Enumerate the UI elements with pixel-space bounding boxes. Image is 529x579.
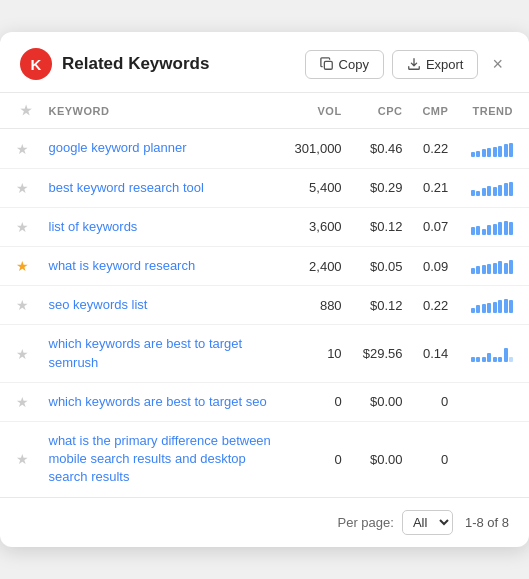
cpc-cell: $0.12 xyxy=(350,286,411,325)
trend-bar-segment xyxy=(476,191,480,196)
cmp-cell: 0.14 xyxy=(411,325,457,382)
trend-bar-segment xyxy=(476,266,480,274)
cpc-cell: $0.00 xyxy=(350,382,411,421)
trend-cell xyxy=(456,286,529,325)
star-toggle[interactable]: ★ xyxy=(16,180,29,196)
cmp-cell: 0.21 xyxy=(411,168,457,207)
cmp-cell: 0.07 xyxy=(411,207,457,246)
star-toggle[interactable]: ★ xyxy=(16,346,29,362)
trend-bar-segment xyxy=(476,357,480,362)
keyword-link[interactable]: which keywords are best to target seo xyxy=(49,394,267,409)
pagination-info: 1-8 of 8 xyxy=(465,515,509,530)
keyword-link[interactable]: seo keywords list xyxy=(49,297,148,312)
trend-bar-segment xyxy=(498,222,502,235)
trend-cell xyxy=(456,207,529,246)
trend-bar-segment xyxy=(504,183,508,196)
keyword-link[interactable]: best keyword research tool xyxy=(49,180,204,195)
trend-bar-segment xyxy=(493,357,497,362)
trend-bars xyxy=(464,141,513,157)
star-toggle[interactable]: ★ xyxy=(16,394,29,410)
trend-bar-segment xyxy=(509,143,513,157)
trend-bar-segment xyxy=(509,260,513,274)
vol-cell: 3,600 xyxy=(281,207,350,246)
export-button[interactable]: Export xyxy=(392,50,479,79)
card-header: K Related Keywords Copy Export × xyxy=(0,32,529,93)
export-icon xyxy=(407,57,421,71)
trend-bar-segment xyxy=(482,265,486,274)
trend-bar-segment xyxy=(476,305,480,313)
app-logo: K xyxy=(20,48,52,80)
trend-bar-segment xyxy=(493,147,497,157)
close-button[interactable]: × xyxy=(486,53,509,75)
star-toggle[interactable]: ★ xyxy=(16,258,29,274)
trend-bar-segment xyxy=(504,221,508,235)
keyword-link[interactable]: what is keyword research xyxy=(49,258,196,273)
cpc-cell: $0.29 xyxy=(350,168,411,207)
keyword-link[interactable]: which keywords are best to target semrus… xyxy=(49,336,243,369)
trend-bar-segment xyxy=(509,300,513,313)
star-toggle[interactable]: ★ xyxy=(16,141,29,157)
trend-bar-segment xyxy=(493,302,497,313)
trend-bar-segment xyxy=(498,185,502,196)
vol-cell: 880 xyxy=(281,286,350,325)
trend-bars xyxy=(464,346,513,362)
table-footer: Per page: All 10 25 50 1-8 of 8 xyxy=(0,497,529,547)
table-row: ★what is the primary difference between … xyxy=(0,421,529,496)
trend-bar-segment xyxy=(493,263,497,274)
header-actions: Copy Export × xyxy=(305,50,509,79)
table-row: ★best keyword research tool5,400$0.290.2… xyxy=(0,168,529,207)
trend-bar-segment xyxy=(487,303,491,313)
trend-bar-segment xyxy=(487,225,491,235)
star-toggle[interactable]: ★ xyxy=(16,219,29,235)
vol-cell: 10 xyxy=(281,325,350,382)
per-page-select[interactable]: All 10 25 50 xyxy=(402,510,453,535)
trend-bars xyxy=(464,258,513,274)
trend-cell xyxy=(456,421,529,496)
per-page-label: Per page: xyxy=(338,515,394,530)
trend-cell xyxy=(456,168,529,207)
vol-cell: 0 xyxy=(281,421,350,496)
trend-bar-segment xyxy=(476,151,480,157)
card-title: Related Keywords xyxy=(62,54,209,74)
cmp-cell: 0 xyxy=(411,382,457,421)
table-body: ★google keyword planner301,000$0.460.22★… xyxy=(0,129,529,497)
keyword-link[interactable]: google keyword planner xyxy=(49,140,187,155)
keywords-table-container: ★ Keyword VOL CPC CMP Trend ★google keyw… xyxy=(0,93,529,496)
trend-bar-segment xyxy=(493,187,497,196)
trend-bar-segment xyxy=(509,222,513,235)
keyword-link[interactable]: list of keywords xyxy=(49,219,138,234)
trend-bar-segment xyxy=(482,229,486,235)
header-left: K Related Keywords xyxy=(20,48,209,80)
trend-bar-segment xyxy=(471,227,475,235)
cmp-header: CMP xyxy=(411,93,457,129)
vol-cell: 2,400 xyxy=(281,247,350,286)
cpc-cell: $0.46 xyxy=(350,129,411,168)
trend-bar-segment xyxy=(482,188,486,196)
related-keywords-card: K Related Keywords Copy Export × xyxy=(0,32,529,546)
cpc-cell: $29.56 xyxy=(350,325,411,382)
trend-bar-segment xyxy=(498,261,502,274)
vol-cell: 5,400 xyxy=(281,168,350,207)
svg-rect-0 xyxy=(324,62,332,70)
trend-bar-segment xyxy=(471,268,475,274)
trend-bar-segment xyxy=(482,149,486,157)
star-toggle[interactable]: ★ xyxy=(16,297,29,313)
trend-bars xyxy=(464,219,513,235)
star-toggle[interactable]: ★ xyxy=(16,451,29,467)
vol-cell: 0 xyxy=(281,382,350,421)
trend-cell xyxy=(456,247,529,286)
table-row: ★which keywords are best to target seo0$… xyxy=(0,382,529,421)
copy-button[interactable]: Copy xyxy=(305,50,384,79)
trend-bar-segment xyxy=(487,186,491,196)
trend-bar-segment xyxy=(509,357,513,362)
trend-bar-segment xyxy=(471,190,475,196)
star-header: ★ xyxy=(0,93,41,129)
trend-cell xyxy=(456,382,529,421)
trend-bar-segment xyxy=(498,146,502,157)
copy-icon xyxy=(320,57,334,71)
trend-bar-segment xyxy=(471,152,475,157)
keyword-link[interactable]: what is the primary difference between m… xyxy=(49,433,271,484)
trend-bar-segment xyxy=(487,148,491,157)
star-header-icon: ★ xyxy=(20,103,33,118)
trend-cell xyxy=(456,129,529,168)
